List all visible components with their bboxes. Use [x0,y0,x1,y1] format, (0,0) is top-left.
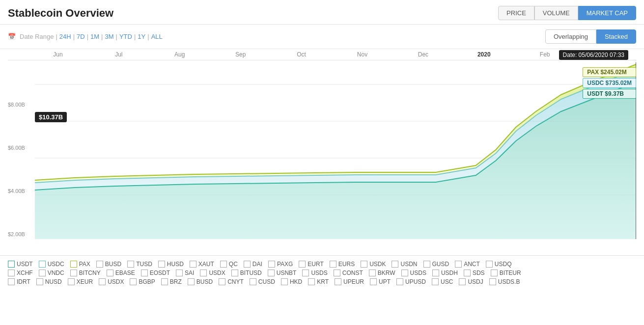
y-label-2b: $2.00B [8,231,35,237]
date-range-label: Date Range [20,33,54,40]
chart-inner: $2.00B $4.00B $6.00B $8.00B [8,62,636,239]
legend-tusd[interactable]: TUSD [127,261,152,268]
legend-cnyt[interactable]: CNYT [219,278,244,285]
legend-usdj[interactable]: USDJ [459,278,483,285]
y-label-6b: $6.00B [8,145,35,151]
x-label-dec: Dec [392,51,453,58]
legend-idrt[interactable]: IDRT [8,278,30,285]
date-24h[interactable]: 24H [59,33,71,40]
legend-usdc[interactable]: USDC [39,261,64,268]
page-title: Stablecoin Overview [8,7,113,20]
legend-gusd[interactable]: GUSD [423,261,449,268]
x-axis: Jun Jul Aug Sep Oct Nov Dec 2020 Feb Mar [8,49,636,60]
legend-bgbp[interactable]: BGBP [130,278,155,285]
legend-nusd[interactable]: NUSD [36,278,62,285]
legend-paxg[interactable]: PAXG [268,261,293,268]
legend-usdsb[interactable]: USDS.B [489,278,520,285]
y-label-8b: $8.00B [8,102,35,108]
usdc-tooltip: USDC $735.02M [583,78,636,88]
legend-xeur[interactable]: XEUR [68,278,93,285]
legend-eurs[interactable]: EURS [330,261,355,268]
date-1y[interactable]: 1Y [138,33,145,40]
pax-tooltip: PAX $245.02M [583,67,636,77]
legend-xchf[interactable]: XCHF [8,270,33,276]
legend-section: USDT USDC PAX BUSD TUSD HUSD XAUT QC DAI… [0,255,644,291]
legend-ebase[interactable]: EBASE [107,270,135,276]
x-label-sep: Sep [210,51,271,58]
legend-usdn[interactable]: USDN [392,261,417,268]
legend-sai[interactable]: SAI [176,270,194,276]
date-range-separator: | [56,33,57,40]
legend-usdx2[interactable]: USDX [99,278,124,285]
date-all[interactable]: ALL [151,33,163,40]
legend-usdt[interactable]: USDT [8,261,33,268]
chart-svg [35,62,636,239]
chart-area: $10.37B PAX $245.02M USDC $735.02M USDT … [35,62,636,239]
x-label-jun: Jun [28,51,88,58]
tab-price[interactable]: PRICE [498,6,534,20]
legend-usdh[interactable]: USDH [432,270,458,276]
legend-bitusd[interactable]: BITUSD [231,270,262,276]
x-label-nov: Nov [332,51,393,58]
legend-busd[interactable]: BUSD [96,261,121,268]
y-label-4b: $4.00B [8,188,35,194]
legend-bkrw[interactable]: BKRW [369,270,395,276]
date-ytd[interactable]: YTD [119,33,132,40]
page-header: Stablecoin Overview PRICE VOLUME MARKET … [0,0,644,25]
legend-row-3: IDRT NUSD XEUR USDX BGBP BRZ BUSD CNYT C… [8,278,636,285]
date-range-selector: 📅 Date Range | 24H | 7D | 1M | 3M | YTD … [8,33,163,40]
legend-brz[interactable]: BRZ [161,278,182,285]
x-label-aug: Aug [149,51,210,58]
chart-tooltips: PAX $245.02M USDC $735.02M USDT $9.37B [583,67,636,99]
legend-usds[interactable]: USDS [302,270,327,276]
legend-eurt[interactable]: EURT [299,261,323,268]
date-tooltip: Date: 05/06/2020 07:33 [559,50,628,60]
calendar-icon: 📅 [8,33,16,40]
x-label-2020: 2020 [453,51,514,58]
date-7d[interactable]: 7D [77,33,85,40]
legend-dai[interactable]: DAI [244,261,262,268]
overlapping-button[interactable]: Overlapping [545,29,596,44]
legend-bitcny[interactable]: BITCNY [70,270,101,276]
usdt-tooltip: USDT $9.37B [583,89,636,99]
legend-usdx[interactable]: USDX [200,270,225,276]
legend-husd[interactable]: HUSD [158,261,184,268]
header-tabs: PRICE VOLUME MARKET CAP [498,6,636,20]
tab-market-cap[interactable]: MARKET CAP [578,6,636,20]
legend-upeur[interactable]: UPEUR [335,278,364,285]
x-label-oct: Oct [271,51,332,58]
legend-row-1: USDT USDC PAX BUSD TUSD HUSD XAUT QC DAI… [8,261,636,268]
controls-bar: 📅 Date Range | 24H | 7D | 1M | 3M | YTD … [0,25,644,49]
date-3m[interactable]: 3M [105,33,114,40]
legend-usds2[interactable]: USDS [401,270,426,276]
legend-cusd[interactable]: CUSD [250,278,275,285]
chart-container: Jun Jul Aug Sep Oct Nov Dec 2020 Feb Mar… [0,49,644,255]
legend-busd2[interactable]: BUSD [188,278,213,285]
legend-xaut[interactable]: XAUT [190,261,214,268]
date-1m[interactable]: 1M [90,33,99,40]
legend-biteur[interactable]: BITEUR [491,270,521,276]
legend-krt[interactable]: KRT [308,278,329,285]
tab-volume[interactable]: VOLUME [534,6,578,20]
legend-pax[interactable]: PAX [70,261,90,268]
legend-qc[interactable]: QC [220,261,238,268]
legend-eosdt[interactable]: EOSDT [141,270,170,276]
y-axis: $2.00B $4.00B $6.00B $8.00B [8,62,35,239]
legend-sds[interactable]: SDS [464,270,485,276]
legend-vndc[interactable]: VNDC [39,270,64,276]
legend-usnbt[interactable]: USNBT [268,270,297,276]
total-value-label: $10.37B [35,112,67,122]
legend-upusd[interactable]: UPUSD [396,278,426,285]
x-label-jul: Jul [88,51,149,58]
legend-usdq[interactable]: USDQ [486,261,512,268]
legend-usc[interactable]: USC [432,278,453,285]
legend-upt[interactable]: UPT [370,278,391,285]
legend-hkd[interactable]: HKD [281,278,302,285]
legend-usdk[interactable]: USDK [361,261,386,268]
stack-controls: Overlapping Stacked [545,29,636,44]
stacked-button[interactable]: Stacked [596,29,636,44]
legend-anct[interactable]: ANCT [455,261,480,268]
legend-row-2: XCHF VNDC BITCNY EBASE EOSDT SAI USDX BI… [8,270,636,276]
legend-const[interactable]: CONST [334,270,363,276]
